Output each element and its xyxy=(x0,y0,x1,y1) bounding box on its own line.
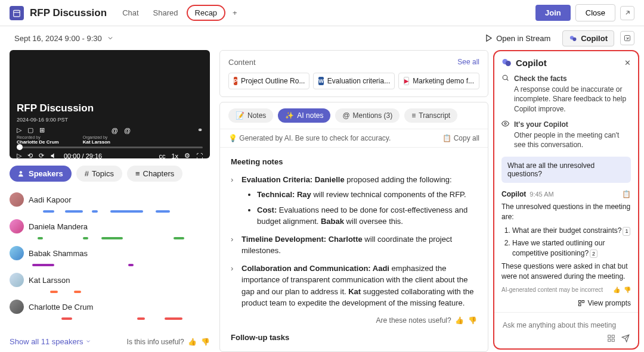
speaker-row[interactable]: Aadi Kapoor xyxy=(10,189,210,210)
play-button[interactable]: ▷ xyxy=(17,152,21,160)
date-range-picker[interactable]: Sept 16, 2024 9:00 - 9:30 xyxy=(10,32,119,45)
video-progress[interactable] xyxy=(17,147,203,148)
people-icon xyxy=(18,170,26,177)
copilot-toggle-button[interactable]: Copilot xyxy=(562,30,614,46)
gallery-icon[interactable]: ⊞ xyxy=(39,126,45,134)
svg-rect-15 xyxy=(608,335,611,338)
mention-icon-2[interactable]: @ xyxy=(124,127,131,134)
speaker-row[interactable]: Kat Larsson xyxy=(10,269,210,291)
svg-line-10 xyxy=(507,79,509,81)
copilot-logo-icon xyxy=(501,57,512,68)
info-useful-prompt: Is this info useful? 👍 👎 xyxy=(127,338,210,346)
copilot-icon xyxy=(569,34,578,43)
file-chip[interactable]: ▶Marketing demo f... xyxy=(398,73,479,89)
meeting-notes-heading: Meeting notes xyxy=(231,156,477,168)
eye-icon xyxy=(501,120,510,150)
forward-button[interactable]: ⟳ xyxy=(39,152,44,160)
search-icon xyxy=(501,74,510,114)
caption-icon[interactable]: ▷ xyxy=(17,126,21,134)
copy-all-button[interactable]: 📋 Copy all xyxy=(442,134,479,142)
thumbs-up-icon[interactable]: 👍 xyxy=(455,316,464,325)
svg-rect-0 xyxy=(14,10,20,16)
view-prompts-button[interactable]: View prompts xyxy=(494,294,638,312)
ai-disclaimer: Generated by AI. Be sure to check for ac… xyxy=(239,134,391,142)
send-icon[interactable] xyxy=(621,334,630,342)
people-icon[interactable]: ⚭ xyxy=(197,126,203,134)
settings-icon[interactable]: ⚙ xyxy=(184,152,190,160)
file-chip[interactable]: WEvaluation criteria... xyxy=(313,73,394,89)
close-button[interactable]: Close xyxy=(575,4,615,21)
svg-rect-17 xyxy=(608,339,611,341)
join-button[interactable]: Join xyxy=(535,5,571,21)
panel-popout-icon[interactable] xyxy=(620,31,634,45)
grid-icon xyxy=(578,300,585,307)
content-card: Content See all PProject Outline Ro... W… xyxy=(219,50,488,97)
tab-chat[interactable]: Chat xyxy=(116,5,144,21)
notes-card: 📝 Notes ✨ AI notes @ Mentions (3) ≡ Tran… xyxy=(219,102,488,352)
avatar xyxy=(10,300,24,314)
thumbs-down-icon[interactable]: 👎 xyxy=(624,286,631,293)
reference-badge[interactable]: 1 xyxy=(623,227,630,236)
reference-badge[interactable]: 2 xyxy=(590,250,597,258)
header: RFP Discussion Chat Shared Recap + Join … xyxy=(0,0,644,26)
subheader: Sept 16, 2024 9:00 - 9:30 Open in Stream… xyxy=(0,26,644,50)
video-icon: ▶ xyxy=(404,77,410,85)
speed-button[interactable]: 1x xyxy=(171,152,178,160)
video-time: 00:00 / 29:16 xyxy=(64,152,102,160)
volume-button[interactable] xyxy=(50,152,58,160)
topics-tab[interactable]: # Topics xyxy=(76,166,122,182)
note-item: Timeline Development: Charlotte will coo… xyxy=(231,233,477,257)
speaker-row[interactable]: Charlotte De Crum xyxy=(10,296,210,317)
svg-marker-2 xyxy=(487,35,491,42)
copilot-panel: Copilot ✕ Check the factsA response coul… xyxy=(493,50,639,350)
content-heading: Content xyxy=(228,58,256,67)
popout-icon[interactable] xyxy=(620,6,634,20)
app-icon xyxy=(10,6,24,20)
file-chip[interactable]: PProject Outline Ro... xyxy=(228,73,309,89)
square-icon[interactable]: ▢ xyxy=(27,126,33,134)
cc-button[interactable]: cc xyxy=(159,152,165,160)
speakers-tab[interactable]: Speakers xyxy=(10,166,72,182)
thumbs-down-icon[interactable]: 👎 xyxy=(468,316,477,325)
svg-rect-18 xyxy=(612,339,614,341)
followup-heading: Follow-up tasks xyxy=(231,332,477,344)
svg-point-8 xyxy=(506,61,511,66)
lightbulb-icon: 💡 xyxy=(228,134,237,142)
video-player[interactable]: RFP Discussion 2024-09-16 9:00 PST ▷ ▢ ⊞… xyxy=(10,50,210,158)
word-icon: W xyxy=(318,77,324,85)
add-tab-button[interactable]: + xyxy=(228,5,242,21)
thumbs-up-icon[interactable]: 👍 xyxy=(613,286,620,293)
close-icon[interactable]: ✕ xyxy=(624,58,631,67)
svg-rect-13 xyxy=(582,301,584,303)
rewind-button[interactable]: ⟲ xyxy=(27,152,33,160)
date-range-text: Sept 16, 2024 9:00 - 9:30 xyxy=(14,34,102,43)
powerpoint-icon: P xyxy=(234,77,237,85)
ai-notes-tab[interactable]: ✨ AI notes xyxy=(278,108,330,123)
tab-recap[interactable]: Recap xyxy=(187,5,226,21)
response-author: Copilot xyxy=(501,190,526,198)
video-title: RFP Discussion xyxy=(17,102,203,114)
notes-tab[interactable]: 📝 Notes xyxy=(228,108,273,123)
chapters-tab[interactable]: ≡ Chapters xyxy=(127,166,182,182)
avatar xyxy=(10,273,24,287)
speaker-list: Aadi Kapoor Daniela Mandera Babak Shamma… xyxy=(10,189,210,331)
notes-useful-prompt: Are these notes useful? 👍 👎 xyxy=(231,315,477,326)
see-all-link[interactable]: See all xyxy=(457,58,479,67)
speaker-row[interactable]: Daniela Mandera xyxy=(10,216,210,237)
apps-icon[interactable] xyxy=(607,334,615,342)
video-overlay-icons: ▷ ▢ ⊞ @ @ ⚭ xyxy=(17,126,203,134)
fullscreen-icon[interactable]: ⛶ xyxy=(196,152,203,160)
svg-point-4 xyxy=(572,37,576,41)
speaker-row[interactable]: Babak Shammas xyxy=(10,242,210,264)
chevron-down-icon xyxy=(107,35,114,42)
copy-response-icon[interactable]: 📋 xyxy=(622,190,631,198)
open-in-stream-button[interactable]: Open in Stream xyxy=(479,31,556,46)
transcript-tab[interactable]: ≡ Transcript xyxy=(404,108,457,123)
tab-shared[interactable]: Shared xyxy=(147,5,184,21)
mention-icon[interactable]: @ xyxy=(112,127,118,134)
show-all-speakers[interactable]: Show all 11 speakers xyxy=(10,337,91,346)
note-item: Collaboration and Communication: Aadi em… xyxy=(231,263,477,309)
copilot-input[interactable] xyxy=(500,316,632,334)
svg-rect-16 xyxy=(612,335,614,338)
mentions-tab[interactable]: @ Mentions (3) xyxy=(335,108,400,123)
